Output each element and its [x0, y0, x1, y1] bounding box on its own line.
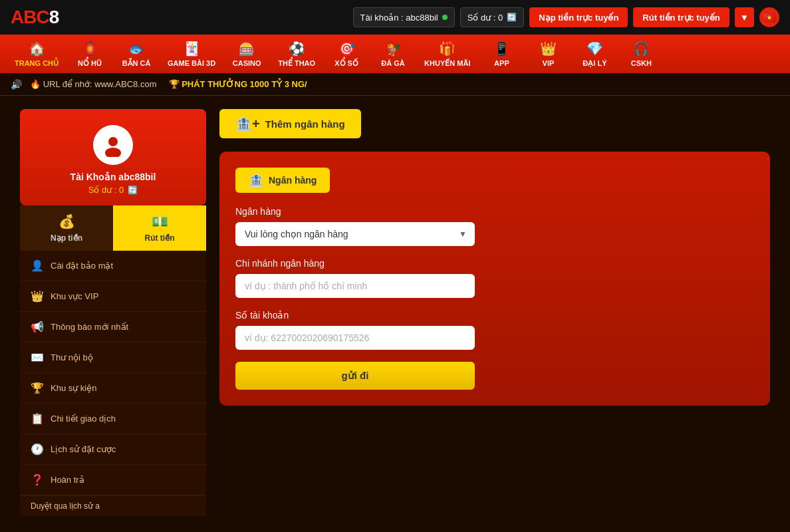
- nav-item-khuyen-mai[interactable]: 🎁 KHUYẾN MÃI: [416, 37, 478, 72]
- sidebar-profile: Tài Khoản abc88bil Số dư : 0 🔄: [20, 109, 206, 205]
- header-dropdown-button[interactable]: ▼: [735, 7, 754, 27]
- dai-ly-icon: 💎: [587, 41, 603, 57]
- nav-label-trang-chu: TRANG CHỦ: [15, 59, 59, 68]
- add-bank-button[interactable]: 🏦+ Thêm ngân hàng: [219, 109, 361, 138]
- ban-ca-icon: 🐟: [128, 41, 145, 57]
- form-tab-label: Ngân hàng: [269, 175, 317, 186]
- bank-select-wrapper: Vui lòng chọn ngân hàng: [235, 222, 475, 246]
- bank-label: Ngân hàng: [235, 206, 754, 217]
- nav-item-cskh[interactable]: 🎧 CSKH: [618, 37, 664, 71]
- menu-item-cai-dat-bao-mat[interactable]: 👤 Cài đặt bảo mật: [20, 251, 206, 281]
- nav-item-vip[interactable]: 👑 VIP: [525, 37, 571, 71]
- account-label: Số tài khoản: [235, 310, 754, 321]
- bank-plus-icon: 🏦+: [235, 116, 260, 132]
- tab-rut-tien[interactable]: 💵 Rút tiền: [113, 205, 206, 251]
- sidebar-refresh-icon[interactable]: 🔄: [128, 186, 138, 195]
- the-thao-icon: ⚽: [289, 41, 305, 57]
- menu-label-vip: Khu vực VIP: [51, 291, 98, 301]
- balance-label: Số dư : 0: [467, 13, 503, 23]
- nav-item-da-ga[interactable]: 🐓 ĐÁ GÀ: [370, 37, 416, 71]
- no-hu-icon: 🏮: [82, 41, 98, 57]
- balance-refresh-icon[interactable]: 🔄: [507, 13, 517, 22]
- menu-item-chi-tiet-gd[interactable]: 📋 Chi tiết giao dịch: [20, 404, 206, 434]
- nav-item-dai-ly[interactable]: 💎 ĐẠI LÝ: [571, 37, 618, 72]
- avatar: [93, 125, 133, 165]
- menu-item-khu-vuc-vip[interactable]: 👑 Khu vực VIP: [20, 281, 206, 312]
- xo-so-icon: 🎯: [338, 41, 355, 57]
- balance-display: Số dư : 0 🔄: [460, 7, 525, 27]
- bottom-bar-text: Duyệt qua lịch sử a: [31, 501, 100, 511]
- deposit-button[interactable]: Nạp tiền trực tuyến: [529, 7, 628, 27]
- main-nav: 🏠 TRANG CHỦ 🏮 NỔ HŨ 🐟 BẮN CÁ 🃏 GAME BÀI …: [0, 35, 790, 73]
- wallet-tabs: 💰 Nạp tiền 💵 Rút tiền: [20, 205, 206, 251]
- event-icon: 🏆: [31, 382, 44, 394]
- menu-label-thong-bao: Thông báo mới nhất: [51, 322, 128, 332]
- sidebar-menu: 👤 Cài đặt bảo mật 👑 Khu vực VIP 📢 Thông …: [20, 251, 206, 495]
- khuyen-mai-icon: 🎁: [439, 41, 456, 57]
- nav-label-casino: CASINO: [233, 59, 261, 67]
- rut-icon: 💵: [152, 213, 168, 229]
- header: ABC8 Tài khoản : abc88bil Số dư : 0 🔄 Nạ…: [0, 0, 790, 35]
- branch-input[interactable]: [235, 274, 475, 298]
- branch-label: Chi nhánh ngân hàng: [235, 258, 754, 269]
- nav-item-app[interactable]: 📱 APP: [478, 37, 525, 71]
- withdraw-button[interactable]: Rút tiền trực tuyến: [633, 7, 729, 27]
- ticker-bar: 🔊 🔥 URL để nhớ: www.ABC8.com 🏆 PHÁT THƯỞ…: [0, 73, 790, 96]
- nav-label-da-ga: ĐÁ GÀ: [381, 59, 404, 67]
- nav-label-khuyen-mai: KHUYẾN MÃI: [424, 59, 470, 68]
- menu-label-lich-su: Lịch sử đặt cược: [51, 444, 116, 454]
- da-ga-icon: 🐓: [385, 41, 402, 57]
- nav-label-xo-so: XỔ SỐ: [334, 59, 358, 68]
- account-input[interactable]: [235, 326, 475, 350]
- menu-item-hoan-tra[interactable]: ❓ Hoàn trả: [20, 465, 206, 495]
- menu-label-hoan-tra: Hoàn trả: [51, 475, 84, 485]
- notification-icon: 📢: [31, 321, 44, 333]
- nav-item-no-hu[interactable]: 🏮 NỔ HŨ: [66, 37, 113, 72]
- refund-icon: ❓: [31, 473, 44, 486]
- nav-label-ban-ca: BẮN CÁ: [122, 59, 151, 68]
- nav-label-the-thao: THỂ THAO: [278, 59, 315, 68]
- bank-tab-icon: 🏦: [249, 173, 263, 188]
- casino-icon: 🎰: [239, 41, 255, 57]
- nav-item-the-thao[interactable]: ⚽ THỂ THAO: [270, 37, 323, 72]
- branch-input-group: Chi nhánh ngân hàng: [235, 258, 754, 298]
- bank-select[interactable]: Vui lòng chọn ngân hàng: [235, 222, 475, 246]
- nav-label-no-hu: NỔ HŨ: [78, 59, 102, 68]
- nav-label-app: APP: [494, 59, 509, 67]
- menu-item-thu-noi-bo[interactable]: ✉️ Thư nội bộ: [20, 342, 206, 373]
- flag-icon: 🇻🇳: [763, 11, 776, 24]
- nav-item-casino[interactable]: 🎰 CASINO: [223, 37, 270, 71]
- submit-button[interactable]: gửi đi: [235, 362, 475, 390]
- fire-icon: 🔥: [30, 79, 41, 89]
- home-icon: 🏠: [29, 41, 45, 57]
- nav-item-game-bai[interactable]: 🃏 GAME BÀI 3D: [160, 37, 223, 71]
- menu-item-thong-bao[interactable]: 📢 Thông báo mới nhất: [20, 312, 206, 342]
- account-label: Tài khoản : abc88bil: [360, 13, 438, 23]
- main-layout: Tài Khoản abc88bil Số dư : 0 🔄 💰 Nạp tiề…: [0, 96, 790, 532]
- form-card: 🏦 Ngân hàng Ngân hàng Vui lòng chọn ngân…: [219, 152, 770, 406]
- menu-label-su-kien: Khu sự kiện: [51, 383, 96, 393]
- tab-rut-label: Rút tiền: [145, 233, 175, 243]
- nav-item-ban-ca[interactable]: 🐟 BẮN CÁ: [113, 37, 160, 72]
- language-button[interactable]: 🇻🇳: [759, 7, 779, 27]
- app-icon: 📱: [493, 41, 510, 57]
- ticker-content: URL để nhớ: www.ABC8.com 🏆 PHÁT THƯỞNG 1…: [43, 79, 307, 89]
- nav-item-trang-chu[interactable]: 🏠 TRANG CHỦ: [7, 37, 66, 72]
- logo-8: 8: [49, 7, 59, 28]
- form-tab-button[interactable]: 🏦 Ngân hàng: [235, 168, 330, 193]
- account-display: Tài khoản : abc88bil: [353, 7, 455, 27]
- content-area: 🏦+ Thêm ngân hàng 🏦 Ngân hàng Ngân hàng …: [219, 109, 770, 521]
- menu-item-khu-su-kien[interactable]: 🏆 Khu sự kiện: [20, 373, 206, 404]
- menu-label-thu: Thư nội bộ: [51, 352, 93, 362]
- menu-label-cai-dat: Cài đặt bảo mật: [51, 261, 113, 271]
- header-controls: Tài khoản : abc88bil Số dư : 0 🔄 Nạp tiề…: [353, 7, 779, 27]
- menu-item-lich-su[interactable]: 🕐 Lịch sử đặt cược: [20, 434, 206, 465]
- nap-icon: 💰: [59, 213, 75, 229]
- profile-username: Tài Khoản abc88bil: [31, 172, 196, 182]
- vip-icon: 👑: [540, 41, 557, 57]
- game-bai-icon: 🃏: [184, 41, 200, 57]
- vip-menu-icon: 👑: [31, 290, 44, 303]
- nav-item-xo-so[interactable]: 🎯 XỔ SỐ: [323, 37, 370, 72]
- sidebar: Tài Khoản abc88bil Số dư : 0 🔄 💰 Nạp tiề…: [20, 109, 206, 521]
- tab-nap-tien[interactable]: 💰 Nạp tiền: [20, 205, 113, 251]
